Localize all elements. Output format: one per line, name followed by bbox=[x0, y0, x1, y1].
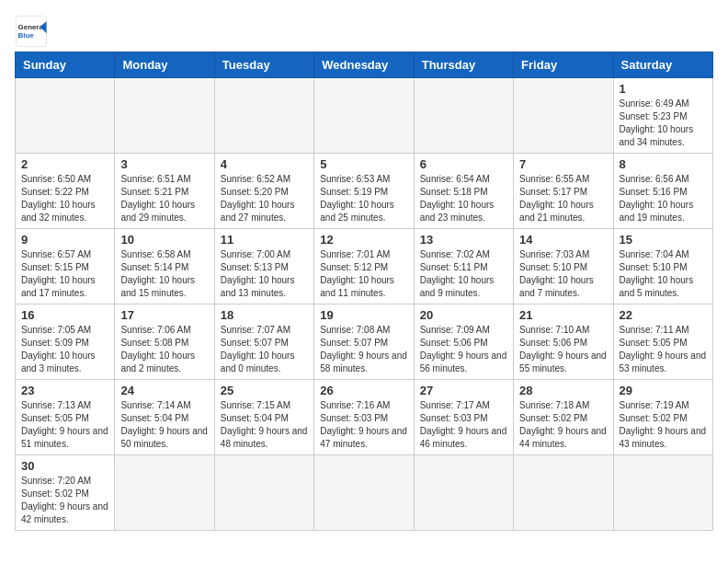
calendar-cell: 26Sunrise: 7:16 AM Sunset: 5:03 PM Dayli… bbox=[314, 380, 414, 455]
day-number: 17 bbox=[120, 308, 208, 322]
day-info: Sunrise: 7:17 AM Sunset: 5:03 PM Dayligh… bbox=[420, 399, 507, 451]
calendar-cell: 7Sunrise: 6:55 AM Sunset: 5:17 PM Daylig… bbox=[514, 154, 613, 229]
weekday-header-wednesday: Wednesday bbox=[314, 52, 414, 78]
calendar: SundayMondayTuesdayWednesdayThursdayFrid… bbox=[15, 52, 713, 531]
day-number: 6 bbox=[420, 157, 507, 171]
calendar-cell: 24Sunrise: 7:14 AM Sunset: 5:04 PM Dayli… bbox=[115, 380, 214, 455]
calendar-cell bbox=[414, 78, 513, 154]
weekday-header-monday: Monday bbox=[115, 52, 214, 78]
day-info: Sunrise: 7:05 AM Sunset: 5:09 PM Dayligh… bbox=[21, 324, 108, 375]
day-number: 27 bbox=[420, 384, 507, 397]
week-row-2: 2Sunrise: 6:50 AM Sunset: 5:22 PM Daylig… bbox=[16, 154, 713, 229]
day-info: Sunrise: 7:11 AM Sunset: 5:05 PM Dayligh… bbox=[620, 324, 707, 375]
calendar-cell: 23Sunrise: 7:13 AM Sunset: 5:05 PM Dayli… bbox=[16, 380, 115, 455]
day-number: 14 bbox=[519, 233, 607, 247]
calendar-cell: 25Sunrise: 7:15 AM Sunset: 5:04 PM Dayli… bbox=[214, 380, 313, 455]
calendar-cell bbox=[115, 455, 214, 531]
day-info: Sunrise: 7:04 AM Sunset: 5:10 PM Dayligh… bbox=[620, 248, 707, 300]
calendar-cell: 10Sunrise: 6:58 AM Sunset: 5:14 PM Dayli… bbox=[115, 229, 214, 304]
day-info: Sunrise: 7:13 AM Sunset: 5:05 PM Dayligh… bbox=[21, 399, 108, 451]
day-info: Sunrise: 7:03 AM Sunset: 5:10 PM Dayligh… bbox=[519, 248, 607, 300]
day-number: 4 bbox=[221, 157, 308, 171]
day-info: Sunrise: 6:53 AM Sunset: 5:19 PM Dayligh… bbox=[320, 173, 407, 224]
day-info: Sunrise: 6:58 AM Sunset: 5:14 PM Dayligh… bbox=[120, 248, 208, 300]
day-number: 29 bbox=[620, 384, 707, 397]
day-number: 28 bbox=[519, 384, 607, 397]
day-info: Sunrise: 6:52 AM Sunset: 5:20 PM Dayligh… bbox=[221, 173, 308, 224]
day-info: Sunrise: 6:56 AM Sunset: 5:16 PM Dayligh… bbox=[620, 173, 707, 224]
calendar-cell bbox=[514, 455, 613, 531]
day-number: 25 bbox=[221, 384, 308, 397]
day-info: Sunrise: 6:51 AM Sunset: 5:21 PM Dayligh… bbox=[120, 173, 208, 224]
weekday-header-saturday: Saturday bbox=[613, 52, 712, 78]
day-info: Sunrise: 6:50 AM Sunset: 5:22 PM Dayligh… bbox=[21, 173, 108, 224]
day-number: 18 bbox=[221, 308, 308, 322]
day-number: 21 bbox=[519, 308, 607, 322]
day-info: Sunrise: 7:20 AM Sunset: 5:02 PM Dayligh… bbox=[21, 475, 108, 526]
week-row-3: 9Sunrise: 6:57 AM Sunset: 5:15 PM Daylig… bbox=[16, 229, 713, 304]
calendar-cell: 6Sunrise: 6:54 AM Sunset: 5:18 PM Daylig… bbox=[414, 154, 513, 229]
day-number: 2 bbox=[21, 157, 108, 171]
day-number: 22 bbox=[620, 308, 707, 322]
day-number: 10 bbox=[120, 233, 208, 247]
week-row-4: 16Sunrise: 7:05 AM Sunset: 5:09 PM Dayli… bbox=[16, 304, 713, 380]
day-number: 1 bbox=[620, 82, 707, 96]
day-info: Sunrise: 7:02 AM Sunset: 5:11 PM Dayligh… bbox=[420, 248, 507, 300]
calendar-cell bbox=[613, 455, 712, 531]
day-info: Sunrise: 6:57 AM Sunset: 5:15 PM Dayligh… bbox=[21, 248, 108, 300]
calendar-cell: 1Sunrise: 6:49 AM Sunset: 5:23 PM Daylig… bbox=[613, 78, 712, 154]
day-number: 11 bbox=[221, 233, 308, 247]
week-row-6: 30Sunrise: 7:20 AM Sunset: 5:02 PM Dayli… bbox=[16, 455, 713, 531]
day-info: Sunrise: 7:18 AM Sunset: 5:02 PM Dayligh… bbox=[519, 399, 607, 451]
header: General Blue bbox=[15, 15, 713, 48]
calendar-cell: 4Sunrise: 6:52 AM Sunset: 5:20 PM Daylig… bbox=[214, 154, 313, 229]
day-info: Sunrise: 7:01 AM Sunset: 5:12 PM Dayligh… bbox=[320, 248, 407, 300]
weekday-header-thursday: Thursday bbox=[414, 52, 513, 78]
day-number: 8 bbox=[620, 157, 707, 171]
calendar-cell: 15Sunrise: 7:04 AM Sunset: 5:10 PM Dayli… bbox=[613, 229, 712, 304]
calendar-cell: 18Sunrise: 7:07 AM Sunset: 5:07 PM Dayli… bbox=[214, 304, 313, 380]
day-number: 9 bbox=[21, 233, 108, 247]
day-number: 26 bbox=[320, 384, 407, 397]
calendar-cell: 20Sunrise: 7:09 AM Sunset: 5:06 PM Dayli… bbox=[414, 304, 513, 380]
calendar-cell: 22Sunrise: 7:11 AM Sunset: 5:05 PM Dayli… bbox=[613, 304, 712, 380]
day-info: Sunrise: 7:08 AM Sunset: 5:07 PM Dayligh… bbox=[320, 324, 407, 375]
day-info: Sunrise: 6:54 AM Sunset: 5:18 PM Dayligh… bbox=[420, 173, 507, 224]
day-info: Sunrise: 7:19 AM Sunset: 5:02 PM Dayligh… bbox=[620, 399, 707, 451]
weekday-header-tuesday: Tuesday bbox=[214, 52, 313, 78]
calendar-cell: 13Sunrise: 7:02 AM Sunset: 5:11 PM Dayli… bbox=[414, 229, 513, 304]
weekday-header-row: SundayMondayTuesdayWednesdayThursdayFrid… bbox=[16, 52, 713, 78]
day-info: Sunrise: 7:00 AM Sunset: 5:13 PM Dayligh… bbox=[221, 248, 308, 300]
calendar-cell: 30Sunrise: 7:20 AM Sunset: 5:02 PM Dayli… bbox=[16, 455, 115, 531]
calendar-cell bbox=[514, 78, 613, 154]
calendar-cell: 11Sunrise: 7:00 AM Sunset: 5:13 PM Dayli… bbox=[214, 229, 313, 304]
calendar-cell: 29Sunrise: 7:19 AM Sunset: 5:02 PM Dayli… bbox=[613, 380, 712, 455]
day-info: Sunrise: 7:15 AM Sunset: 5:04 PM Dayligh… bbox=[221, 399, 308, 451]
calendar-cell: 21Sunrise: 7:10 AM Sunset: 5:06 PM Dayli… bbox=[514, 304, 613, 380]
calendar-cell: 19Sunrise: 7:08 AM Sunset: 5:07 PM Dayli… bbox=[314, 304, 414, 380]
day-number: 15 bbox=[620, 233, 707, 247]
calendar-cell bbox=[115, 78, 214, 154]
day-info: Sunrise: 7:07 AM Sunset: 5:07 PM Dayligh… bbox=[221, 324, 308, 375]
day-number: 19 bbox=[320, 308, 407, 322]
calendar-cell: 5Sunrise: 6:53 AM Sunset: 5:19 PM Daylig… bbox=[314, 154, 414, 229]
calendar-cell: 14Sunrise: 7:03 AM Sunset: 5:10 PM Dayli… bbox=[514, 229, 613, 304]
calendar-cell bbox=[314, 78, 414, 154]
day-number: 30 bbox=[21, 459, 108, 473]
day-number: 12 bbox=[320, 233, 407, 247]
calendar-cell: 2Sunrise: 6:50 AM Sunset: 5:22 PM Daylig… bbox=[16, 154, 115, 229]
calendar-cell: 12Sunrise: 7:01 AM Sunset: 5:12 PM Dayli… bbox=[314, 229, 414, 304]
week-row-1: 1Sunrise: 6:49 AM Sunset: 5:23 PM Daylig… bbox=[16, 78, 713, 154]
calendar-cell: 17Sunrise: 7:06 AM Sunset: 5:08 PM Dayli… bbox=[115, 304, 214, 380]
calendar-cell bbox=[414, 455, 513, 531]
calendar-cell: 28Sunrise: 7:18 AM Sunset: 5:02 PM Dayli… bbox=[514, 380, 613, 455]
logo: General Blue bbox=[15, 15, 48, 48]
day-number: 20 bbox=[420, 308, 507, 322]
week-row-5: 23Sunrise: 7:13 AM Sunset: 5:05 PM Dayli… bbox=[16, 380, 713, 455]
day-number: 16 bbox=[21, 308, 108, 322]
calendar-cell: 3Sunrise: 6:51 AM Sunset: 5:21 PM Daylig… bbox=[115, 154, 214, 229]
day-info: Sunrise: 6:49 AM Sunset: 5:23 PM Dayligh… bbox=[620, 98, 707, 149]
day-number: 5 bbox=[320, 157, 407, 171]
calendar-cell bbox=[314, 455, 414, 531]
day-info: Sunrise: 7:10 AM Sunset: 5:06 PM Dayligh… bbox=[519, 324, 607, 375]
